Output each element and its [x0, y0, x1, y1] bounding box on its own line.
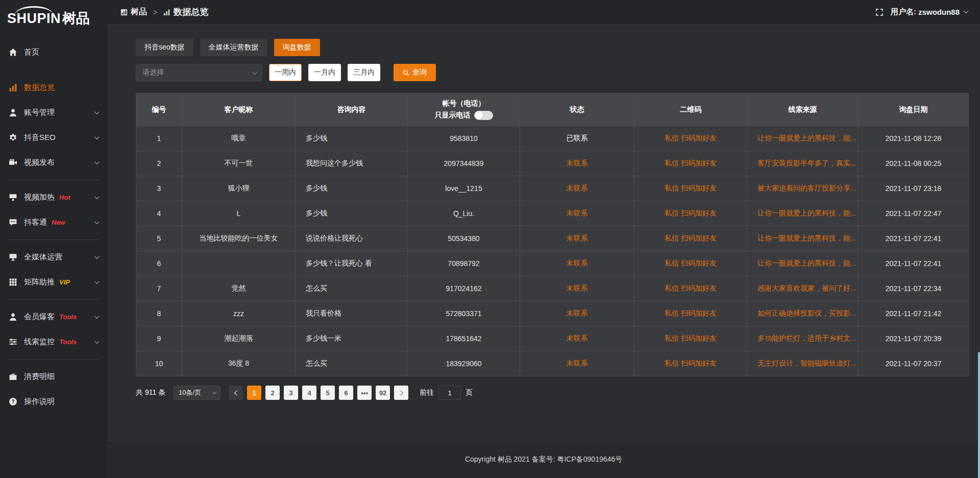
cell-qr-link[interactable]: 私信 扫码加好友 — [634, 251, 747, 276]
cell-source-link[interactable]: 感谢大家喜欢我家，被问了好... — [747, 276, 859, 301]
table-row: 5当地比较能吃的一位美女说说价格让我死心50534380未联系私信 扫码加好友让… — [136, 226, 969, 251]
cell-account: 50534380 — [408, 226, 520, 251]
sidebar-item-label: 矩阵助推 — [24, 277, 55, 287]
tab-inquiry-data[interactable]: 询盘数据 — [274, 39, 320, 56]
cell-source-link[interactable]: 如何正确选择投影仪，买投影... — [747, 301, 859, 326]
badge-tools: Tools — [59, 313, 77, 321]
account-select[interactable]: 请选择 — [136, 64, 262, 81]
table-row: 3狐小狸多少钱love__1215未联系私信 扫码加好友被大家追着问的客厅投影分… — [136, 176, 969, 201]
sidebar-item-consume-detail[interactable]: 消费明细 — [0, 364, 107, 389]
monitor-icon — [8, 253, 17, 262]
sidebar-item-label: 操作说明 — [24, 397, 55, 407]
cell-qr-link[interactable]: 私信 扫码加好友 — [634, 326, 747, 351]
goto-page: 前往 页 — [420, 386, 473, 400]
cell-qr-link[interactable]: 私信 扫码加好友 — [634, 151, 747, 176]
app-logo: SHUPIN 树品 — [0, 0, 107, 36]
range-button-one-week[interactable]: 一周内 — [269, 64, 302, 81]
cell-source-link[interactable]: 让你一眼就爱上的黑科技，能... — [747, 126, 859, 151]
cell-account: 178651642 — [408, 326, 520, 351]
sidebar-item-label: 会员爆客 — [24, 312, 55, 322]
sidebar-item-operation-help[interactable]: ?操作说明 — [0, 389, 107, 414]
page-button-5[interactable]: 5 — [321, 386, 335, 400]
grid-icon — [8, 278, 17, 287]
sidebar-item-label: 抖音SEO — [24, 133, 56, 142]
cell-source-link[interactable]: 被大家追着问的客厅投影分享... — [747, 176, 859, 201]
cell-qr-link[interactable]: 私信 扫码加好友 — [634, 276, 747, 301]
cell-date: 2021-11-07 23:18 — [859, 176, 969, 201]
cell-no: 6 — [136, 251, 182, 276]
sidebar-item-clue-monitor[interactable]: 线索监控Tools — [0, 329, 107, 354]
cell-no: 1 — [136, 126, 182, 151]
page-size-select[interactable]: 10条/页 — [174, 386, 220, 400]
tab-media-operation-data[interactable]: 全媒体运营数据 — [200, 39, 267, 56]
goto-page-input[interactable] — [438, 386, 461, 400]
cell-account: 917024162 — [408, 276, 520, 301]
breadcrumb-separator: > — [153, 8, 157, 16]
table-body: 1哦章多少钱9583810已联系私信 扫码加好友让你一眼就爱上的黑科技，能...… — [136, 126, 969, 376]
cell-nickname: 不可一世 — [182, 151, 296, 176]
range-button-one-month[interactable]: 一月内 — [308, 64, 341, 81]
cell-content: 多少钱？让我死心 看 — [296, 251, 408, 276]
cell-no: 9 — [136, 326, 182, 351]
sidebar-item-member-baoke[interactable]: 会员爆客Tools — [0, 304, 107, 329]
cell-qr-link[interactable]: 私信 扫码加好友 — [634, 201, 747, 226]
select-placeholder: 请选择 — [142, 68, 164, 77]
page-button-1[interactable]: 1 — [247, 386, 261, 400]
goto-unit: 页 — [465, 388, 473, 397]
column-header-4: 状态 — [520, 93, 634, 126]
cell-qr-link[interactable]: 私信 扫码加好友 — [634, 301, 747, 326]
fullscreen-icon[interactable] — [875, 8, 884, 16]
sidebar-item-matrix-boost[interactable]: 矩阵助推VIP — [0, 270, 107, 295]
cell-nickname: 当地比较能吃的一位美女 — [182, 226, 296, 251]
page-button-4[interactable]: 4 — [302, 386, 316, 400]
sidebar-item-media-operation[interactable]: 全媒体运营 — [0, 245, 107, 270]
sidebar-item-label: 首页 — [24, 47, 39, 57]
user-menu[interactable]: 用户名: zswodun88 — [891, 7, 967, 17]
cell-qr-link[interactable]: 私信 扫码加好友 — [634, 226, 747, 251]
page-button-3[interactable]: 3 — [284, 386, 298, 400]
page-button-92[interactable]: 92 — [376, 386, 390, 400]
tab-douyin-seo-data[interactable]: 抖音seo数据 — [136, 39, 193, 56]
sidebar-divider — [7, 299, 100, 300]
cell-content: 多少钱 — [296, 176, 408, 201]
sidebar-item-account-manage[interactable]: 账号管理 — [0, 100, 107, 125]
query-button[interactable]: 查询 — [394, 64, 436, 81]
cell-source-link[interactable]: 客厅安装投影半年多了，真实... — [747, 151, 859, 176]
user-icon — [8, 313, 17, 322]
chevron-down-icon — [252, 69, 257, 75]
cell-source-link[interactable]: 让你一眼就爱上的黑科技，能... — [747, 251, 859, 276]
badge-tools: Tools — [59, 338, 77, 346]
sidebar-item-video-heat[interactable]: 视频加热Hot — [0, 185, 107, 210]
cell-source-link[interactable]: 让你一眼就爱上的黑科技，能... — [747, 201, 859, 226]
next-page-button[interactable] — [394, 386, 408, 400]
cell-qr-link[interactable]: 私信 扫码加好友 — [634, 176, 747, 201]
sidebar-item-data-overview[interactable]: 数据总览 — [0, 75, 107, 100]
cell-source-link[interactable]: 无主灯设计，智能磁吸轨道灯... — [747, 351, 859, 376]
sidebar-item-video-publish[interactable]: 视频发布 — [0, 150, 107, 175]
search-icon — [403, 69, 409, 76]
topbar: 树品 > 数据总览 用户名: zswodun88 — [107, 0, 980, 25]
range-button-three-month[interactable]: 三月内 — [348, 64, 380, 81]
sidebar-item-label: 消费明细 — [24, 372, 55, 381]
cell-source-link[interactable]: 让你一眼就爱上的黑科技，能... — [747, 226, 859, 251]
breadcrumb-root[interactable]: 树品 — [131, 7, 147, 17]
cell-qr-link[interactable]: 私信 扫码加好友 — [634, 126, 747, 151]
breadcrumb: 树品 > 数据总览 — [120, 6, 208, 18]
inquiry-table-wrap: 编号客户昵称咨询内容帐号（电话）只显示电话状态二维码线索来源询盘日期 1哦章多少… — [136, 93, 970, 376]
cell-nickname: 哦章 — [182, 126, 296, 151]
cell-source-link[interactable]: 多功能护栏灯，适用于乡村文... — [747, 326, 859, 351]
page-button-2[interactable]: 2 — [265, 386, 280, 400]
scrollbar-thumb[interactable] — [978, 352, 980, 478]
page-button-6[interactable]: 6 — [339, 386, 353, 400]
sidebar-item-douyin-seo[interactable]: 抖音SEO — [0, 125, 107, 150]
cell-qr-link[interactable]: 私信 扫码加好友 — [634, 351, 747, 376]
cell-date: 2021-11-07 21:42 — [859, 301, 969, 326]
goto-label: 前往 — [420, 388, 434, 397]
phone-only-toggle[interactable] — [474, 111, 493, 120]
column-header-2: 咨询内容 — [296, 93, 408, 126]
page-ellipsis-button[interactable]: ••• — [357, 386, 372, 400]
sidebar-item-doukotong[interactable]: 抖客通New — [0, 210, 107, 235]
chevron-down-icon — [94, 194, 100, 199]
prev-page-button[interactable] — [229, 386, 243, 400]
sidebar-item-home[interactable]: 首页 — [0, 40, 107, 65]
